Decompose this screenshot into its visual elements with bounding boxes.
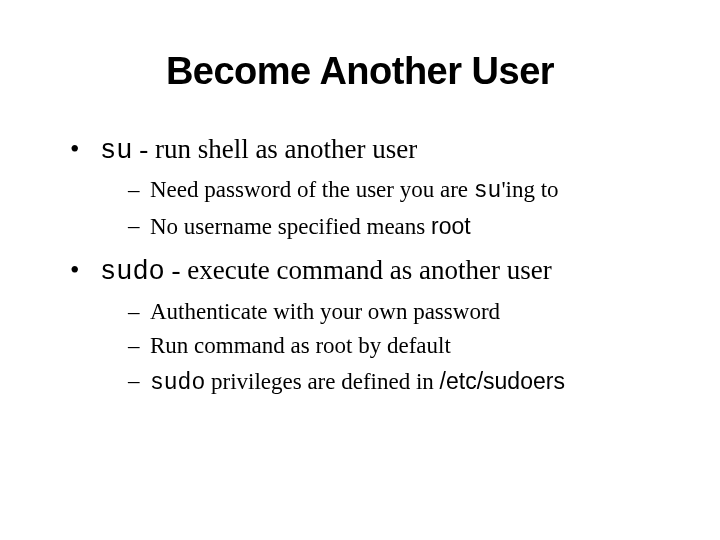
sub-text: 'ing to	[501, 177, 558, 202]
bullet-list: su - run shell as another user Need pass…	[50, 131, 670, 400]
list-item: Run command as root by default	[128, 329, 670, 364]
list-item: No username specified means root	[128, 209, 670, 245]
sub-text: No username specified means	[150, 214, 431, 239]
sub-text: Authenticate with your own password	[150, 299, 500, 324]
literal-text: root	[431, 213, 471, 239]
list-item: sudo privileges are defined in /etc/sudo…	[128, 364, 670, 401]
sub-text: Need password of the user you are	[150, 177, 474, 202]
command-text: su	[474, 178, 502, 204]
list-item: su - run shell as another user Need pass…	[70, 131, 670, 244]
bullet-desc: - run shell as another user	[132, 134, 417, 164]
command-text: sudo	[100, 257, 165, 287]
command-text: sudo	[150, 370, 205, 396]
sub-list: Need password of the user you are su'ing…	[100, 173, 670, 244]
command-text: su	[100, 136, 132, 166]
sub-list: Authenticate with your own password Run …	[100, 295, 670, 401]
bullet-desc: - execute command as another user	[165, 255, 552, 285]
sub-text: privileges are defined in	[205, 369, 439, 394]
list-item: Authenticate with your own password	[128, 295, 670, 330]
sub-text: Run command as root by default	[150, 333, 451, 358]
list-item: Need password of the user you are su'ing…	[128, 173, 670, 209]
slide-title: Become Another User	[50, 50, 670, 93]
list-item: sudo - execute command as another user A…	[70, 252, 670, 400]
literal-text: /etc/sudoers	[440, 368, 565, 394]
